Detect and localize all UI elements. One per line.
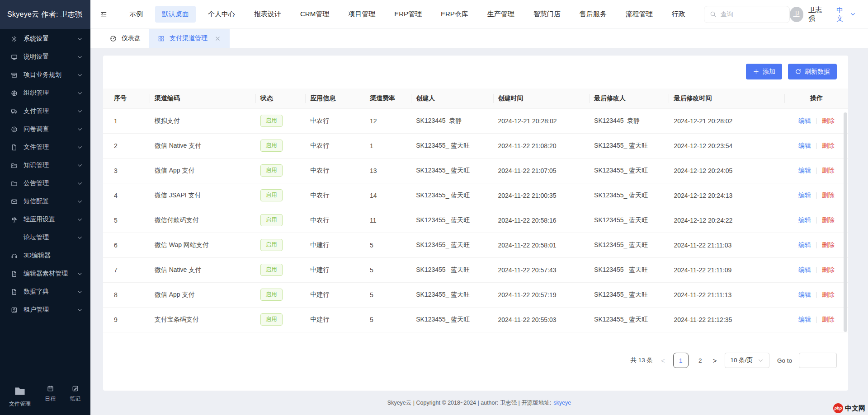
nav-item-12[interactable]: 行政 [665,6,692,23]
cell-ops: 编辑|删除 [785,158,848,183]
cell: SK123445_袁静 [411,108,493,133]
close-icon[interactable] [214,35,221,42]
pagination: 共 13 条 < 12 > 10 条/页 Go to [630,353,837,368]
cell-ops: 编辑|删除 [785,233,848,257]
sidebar-item-1[interactable]: 说明设置 [0,48,90,66]
delete-link[interactable]: 删除 [822,291,835,298]
tab-1[interactable]: 支付渠道管理 [149,29,230,48]
ops-divider: | [816,216,817,224]
delete-link[interactable]: 删除 [822,241,835,248]
ops-divider: | [816,191,817,199]
cell: 2 [103,133,150,158]
cell: 启用 [256,208,306,233]
calendar-icon [47,385,54,392]
page-button-1[interactable]: 1 [673,353,689,368]
cell: SK123455_ 蓝天旺 [411,307,493,332]
edit-link[interactable]: 编辑 [798,316,811,323]
delete-link[interactable]: 删除 [822,142,835,149]
nav-item-3[interactable]: 报表设计 [247,6,288,23]
sidebar-item-label: 短信配置 [24,197,49,205]
sidebar-item-label: 轻应用设置 [24,215,55,224]
nav-item-5[interactable]: 项目管理 [341,6,382,23]
edit-link[interactable]: 编辑 [798,266,811,273]
watermark-text: 中文网 [845,404,865,413]
edit-link[interactable]: 编辑 [798,291,811,298]
nav-item-4[interactable]: CRM管理 [293,6,336,23]
sidebar-item-9[interactable]: 短信配置 [0,192,90,210]
sidebar-item-14[interactable]: R数据字典 [0,283,90,301]
delete-link[interactable]: 删除 [822,266,835,273]
status-badge: 启用 [260,264,283,276]
edit-link[interactable]: 编辑 [798,142,811,149]
next-page-button[interactable]: > [712,357,718,364]
sidebar-item-7[interactable]: 知识管理 [0,156,90,174]
edit-link[interactable]: 编辑 [798,167,811,174]
nav-item-6[interactable]: ERP管理 [387,6,429,23]
table-row: 6微信 Wap 网站支付启用中建行5SK123455_ 蓝天旺2024-11-2… [103,233,848,257]
sidebar-item-4[interactable]: 支付管理 [0,102,90,120]
add-button[interactable]: 添加 [746,64,782,79]
nav-item-9[interactable]: 智慧门店 [527,6,567,23]
cell: SK123455_ 蓝天旺 [411,158,493,183]
edit-link[interactable]: 编辑 [798,191,811,199]
sidebar-item-15[interactable]: 租户管理 [0,301,90,319]
prev-page-button[interactable]: < [660,357,666,364]
refresh-icon [795,68,802,75]
delete-link[interactable]: 删除 [822,191,835,199]
nav-item-0[interactable]: 示例 [123,6,150,23]
nav-item-8[interactable]: 生产管理 [481,6,521,23]
sidebar-item-label: 数据字典 [24,288,49,296]
delete-link[interactable]: 删除 [822,216,835,224]
delete-link[interactable]: 删除 [822,117,835,124]
sidebar-item-5[interactable]: 问卷调查 [0,120,90,138]
tab-0[interactable]: 仪表盘 [101,29,149,48]
footer-link[interactable]: skyeye [553,400,571,406]
column-header-4: 渠道费率 [365,89,411,108]
edit-link[interactable]: 编辑 [798,241,811,248]
delete-link[interactable]: 删除 [822,316,835,323]
nav-item-11[interactable]: 流程管理 [619,6,660,23]
cell: 中建行 [306,233,365,257]
sidebar-tool-1[interactable]: 日程 [45,385,56,408]
sidebar-item-11[interactable]: 论坛管理 [0,228,90,247]
nav-item-1[interactable]: 默认桌面 [155,6,196,23]
refresh-button[interactable]: 刷新数据 [788,64,837,79]
cell: 中建行 [306,307,365,332]
sidebar-item-13[interactable]: P编辑器素材管理 [0,265,90,283]
page-size-select[interactable]: 10 条/页 [725,353,769,368]
column-header-2: 状态 [256,89,306,108]
collapse-sidebar-icon[interactable] [100,11,107,18]
cell: 7 [103,257,150,282]
sidebar-item-12[interactable]: 3D编辑器 [0,247,90,265]
sidebar-tool-0[interactable]: 文件管理 [9,385,31,408]
scales-icon [11,216,18,223]
sidebar-item-0[interactable]: 系统设置 [0,30,90,48]
cell-ops: 编辑|删除 [785,307,848,332]
sidebar-item-3[interactable]: 组织管理 [0,84,90,102]
tenant-icon [11,307,18,313]
sidebar-item-8[interactable]: 公告管理 [0,174,90,192]
delete-link[interactable]: 删除 [822,167,835,174]
sidebar-item-6[interactable]: 文件管理 [0,138,90,156]
nav-item-2[interactable]: 个人中心 [201,6,242,23]
sidebar-item-2[interactable]: 项目业务规划 [0,66,90,84]
edit-link[interactable]: 编辑 [798,117,811,124]
vertical-scrollbar[interactable] [844,112,847,332]
sidebar-item-label: 支付管理 [24,107,49,115]
page-button-2[interactable]: 2 [696,357,705,364]
goto-page-input[interactable] [799,353,837,368]
globe-icon [11,90,18,97]
edit-link[interactable]: 编辑 [798,216,811,224]
language-selector[interactable]: 中文 [836,6,856,23]
nav-item-10[interactable]: 售后服务 [573,6,613,23]
sidebar-item-10[interactable]: 轻应用设置 [0,210,90,228]
sidebar-tool-2[interactable]: 笔记 [70,385,80,408]
sidebar-item-label: 知识管理 [24,161,49,169]
cell: 3 [103,158,150,183]
chevron-down-icon [76,180,83,187]
cell: 2024-11-22 21:11:03 [669,233,784,257]
search-input[interactable]: 查询 [704,6,790,23]
avatar[interactable]: 卫 [790,7,803,22]
nav-item-7[interactable]: ERP仓库 [434,6,475,23]
cell: SK123455_ 蓝天旺 [411,133,493,158]
